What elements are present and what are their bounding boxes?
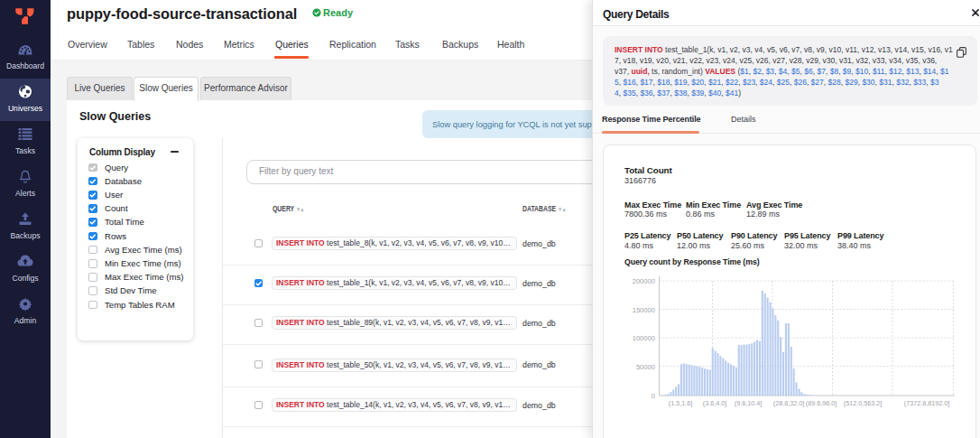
svg-text:(9.6,10.4]: (9.6,10.4] xyxy=(735,399,762,407)
svg-text:(89.6,96.0]: (89.6,96.0] xyxy=(806,399,837,407)
svg-text:0: 0 xyxy=(652,392,655,400)
svg-text:100000: 100000 xyxy=(633,334,655,342)
svg-text:(28.8,32.0]: (28.8,32.0] xyxy=(773,399,804,407)
svg-text:200000: 200000 xyxy=(633,277,655,285)
svg-text:150000: 150000 xyxy=(633,306,655,314)
svg-text:50000: 50000 xyxy=(636,363,655,371)
svg-text:(1.5,1.6]: (1.5,1.6] xyxy=(669,399,692,407)
svg-text:(3.6,4.0]: (3.6,4.0] xyxy=(703,399,726,407)
svg-text:(7372.8,8192.0]: (7372.8,8192.0] xyxy=(904,399,949,407)
svg-text:(512.0,563.2]: (512.0,563.2] xyxy=(844,399,882,407)
